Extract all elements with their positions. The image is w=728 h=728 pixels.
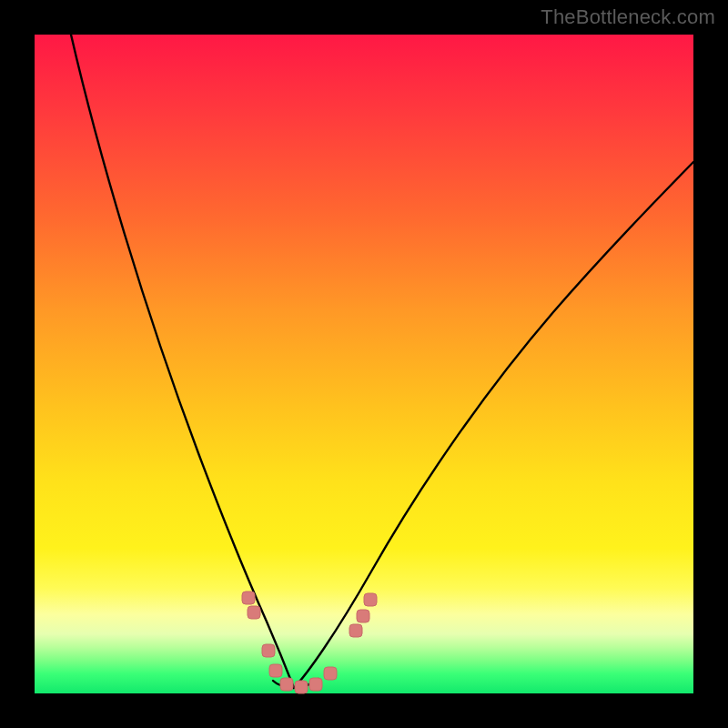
marker-point	[357, 610, 369, 622]
chart-canvas: TheBottleneck.com	[0, 0, 728, 728]
bottleneck-curve	[35, 35, 693, 693]
marker-point	[324, 667, 337, 680]
marker-point	[262, 644, 275, 657]
marker-point	[242, 592, 255, 604]
marker-point	[364, 593, 377, 606]
curve-left-branch	[71, 35, 294, 688]
marker-point	[309, 678, 322, 691]
watermark-text: TheBottleneck.com	[541, 5, 715, 29]
marker-point	[248, 606, 260, 619]
curve-right-branch	[294, 162, 693, 688]
marker-group	[242, 592, 377, 693]
marker-point	[295, 681, 308, 693]
marker-point	[349, 624, 362, 637]
marker-point	[269, 664, 282, 677]
marker-point	[280, 678, 293, 691]
plot-area	[35, 35, 693, 693]
